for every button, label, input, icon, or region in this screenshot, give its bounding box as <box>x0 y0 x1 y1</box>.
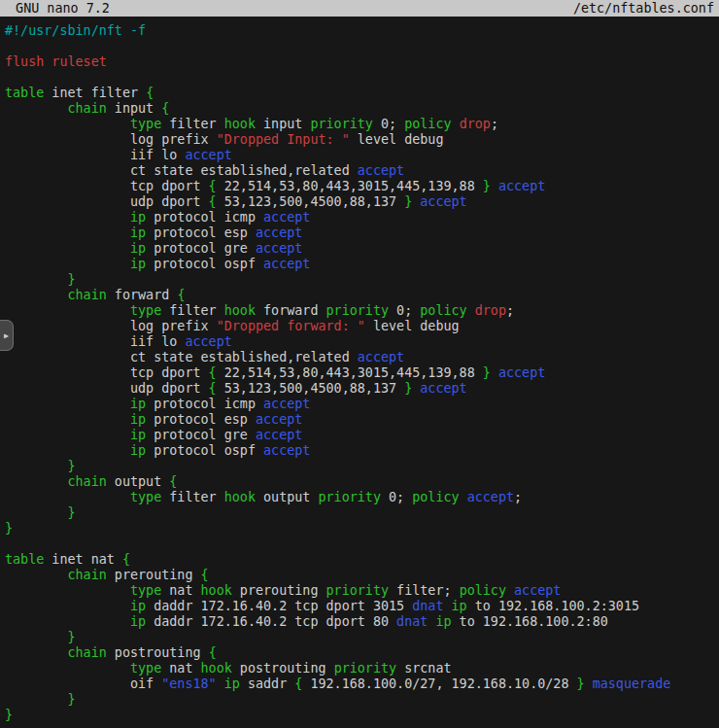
code-token <box>460 490 467 504</box>
code-token: input <box>107 101 161 116</box>
code-token: oif <box>5 676 161 691</box>
code-token: 0; <box>389 303 420 318</box>
code-token: ip <box>130 412 146 427</box>
code-token: ip <box>130 241 146 256</box>
code-token: protocol ospf <box>146 257 263 271</box>
code-token: masquerade <box>593 676 671 691</box>
code-token: protocol esp <box>146 412 256 427</box>
code-token <box>5 288 68 302</box>
chevron-right-icon: ▶ <box>4 331 9 340</box>
code-token: accept <box>256 241 302 256</box>
code-token: to 192.168.100.2:3015 <box>467 599 639 613</box>
code-token: postrouting <box>232 661 334 676</box>
code-line <box>5 537 719 552</box>
code-token <box>5 599 130 613</box>
code-token <box>5 692 68 707</box>
code-token: } <box>5 521 13 536</box>
code-token <box>5 397 130 411</box>
code-token <box>5 583 130 598</box>
code-token <box>491 365 498 380</box>
code-line: } <box>5 459 719 474</box>
code-line: ip protocol icmp accept <box>5 210 719 225</box>
code-token: postrouting <box>107 645 209 660</box>
code-line: } <box>5 708 719 723</box>
code-token: protocol ospf <box>146 443 263 458</box>
code-token <box>5 272 68 287</box>
code-token: #!/usr/sbin/nft -f <box>5 23 146 38</box>
code-line <box>5 70 719 86</box>
code-line: tcp dport { 22,514,53,80,443,3015,445,13… <box>5 179 719 194</box>
code-token: filter <box>161 303 224 318</box>
code-token: iif lo <box>5 334 185 349</box>
code-token: { <box>209 365 217 380</box>
code-token: { <box>161 101 169 116</box>
code-token: accept <box>263 443 310 458</box>
code-token: table <box>5 552 44 567</box>
code-token: hook <box>201 583 232 598</box>
code-line: log prefix "Dropped Input: " level debug <box>5 132 719 148</box>
code-token: { <box>201 568 209 582</box>
terminal-editor[interactable]: #!/usr/sbin/nft -fflush rulesettable ine… <box>0 17 719 723</box>
code-token: flush ruleset <box>5 54 107 69</box>
code-token: accept <box>185 334 231 349</box>
code-line: chain prerouting { <box>5 568 719 583</box>
code-token: ct state established,related <box>5 163 358 178</box>
code-token: ip <box>130 397 146 411</box>
code-token: } <box>404 194 412 209</box>
code-token: accept <box>358 163 404 178</box>
code-token: inet filter <box>44 86 146 100</box>
code-token: chain <box>68 474 107 489</box>
code-token: daddr 172.16.40.2 tcp dport 80 <box>146 614 396 629</box>
code-token: accept <box>514 583 561 598</box>
code-token <box>5 645 68 660</box>
code-line: ip protocol icmp accept <box>5 397 719 412</box>
code-token: { <box>169 474 177 489</box>
code-token: daddr 172.16.40.2 tcp dport 3015 <box>146 599 412 613</box>
code-line: udp dport { 53,123,500,4500,88,137 } acc… <box>5 194 719 210</box>
code-token: type <box>130 303 161 318</box>
code-token: drop <box>475 303 506 318</box>
code-line: udp dport { 53,123,500,4500,88,137 } acc… <box>5 381 719 397</box>
sidebar-expand-handle[interactable]: ▶ <box>0 320 14 351</box>
code-token: accept <box>420 194 466 209</box>
code-line: ip protocol gre accept <box>5 241 719 257</box>
code-token: filter <box>161 490 224 504</box>
code-token: 22,514,53,80,443,3015,445,139,88 <box>217 179 483 193</box>
code-token <box>5 428 130 442</box>
code-token <box>5 443 130 458</box>
code-token: accept <box>420 381 466 396</box>
code-line: ip protocol ospf accept <box>5 257 719 272</box>
code-token: type <box>130 490 161 504</box>
code-token: accept <box>498 365 545 380</box>
code-line: log prefix "Dropped forward: " level deb… <box>5 319 719 334</box>
code-line: iif lo accept <box>5 148 719 163</box>
code-token: ip <box>130 428 146 442</box>
code-token: accept <box>263 210 310 225</box>
code-token: } <box>68 505 76 520</box>
code-line: type nat hook prerouting priority filter… <box>5 583 719 599</box>
code-line: ip protocol gre accept <box>5 428 719 443</box>
code-token: accept <box>256 225 302 240</box>
code-line: oif "ens18" ip saddr { 192.168.100.0/27,… <box>5 676 719 692</box>
code-token <box>5 490 130 504</box>
code-line: ip protocol esp accept <box>5 225 719 241</box>
code-token: udp dport <box>5 381 209 396</box>
app-version-label: GNU nano 7.2 <box>0 0 110 17</box>
code-token: prerouting <box>107 568 201 582</box>
code-token: protocol gre <box>146 241 256 256</box>
code-token: } <box>5 708 13 722</box>
code-token: hook <box>224 303 256 318</box>
code-line: chain output { <box>5 474 719 490</box>
code-token: accept <box>358 350 404 364</box>
code-token: udp dport <box>5 194 209 209</box>
code-token: srcnat <box>396 661 451 676</box>
code-line: chain forward { <box>5 288 719 303</box>
code-line: iif lo accept <box>5 334 719 350</box>
code-token <box>5 117 130 131</box>
code-token: { <box>177 288 185 302</box>
code-line: ip daddr 172.16.40.2 tcp dport 80 dnat i… <box>5 614 719 630</box>
code-token: priority <box>319 490 382 504</box>
code-token <box>5 241 130 256</box>
code-token: { <box>209 179 217 193</box>
code-line: } <box>5 521 719 537</box>
